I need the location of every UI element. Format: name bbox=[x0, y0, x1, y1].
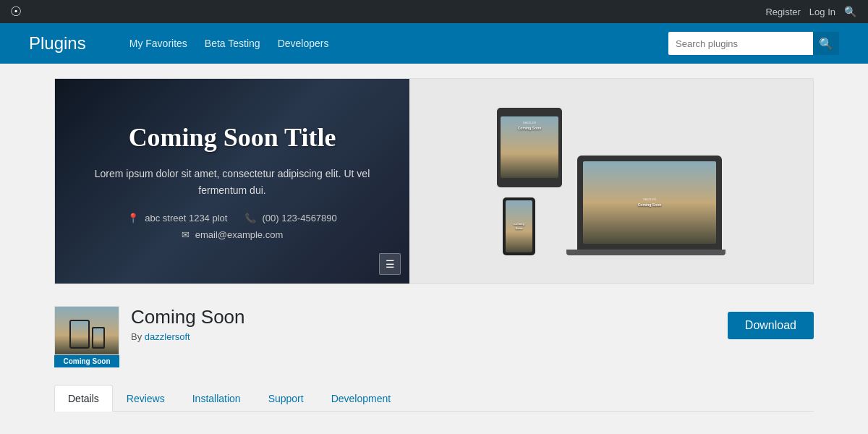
search-wrap: 🔍 bbox=[668, 32, 839, 55]
login-link[interactable]: Log In bbox=[809, 7, 835, 17]
location-icon: 📍 bbox=[127, 213, 139, 224]
hero-address-row: 📍 abc street 1234 plot 📞 (00) 123-456789… bbox=[77, 213, 388, 224]
hero-left-panel: Coming Soon Title Lorem ipsum dolor sit … bbox=[55, 79, 409, 284]
plugin-icon-label: Coming Soon bbox=[54, 355, 119, 367]
tablet-device: DAZZLER Coming Soon bbox=[497, 108, 562, 187]
hero-title: Coming Soon Title bbox=[77, 122, 388, 153]
plugin-icon-wrap: Coming Soon bbox=[54, 306, 119, 367]
laptop-brand: DAZZLER bbox=[643, 197, 656, 201]
hero-banner: Coming Soon Title Lorem ipsum dolor sit … bbox=[54, 78, 814, 284]
hero-phone: (00) 123-4567890 bbox=[262, 213, 336, 224]
hero-address: abc street 1234 plot bbox=[145, 213, 227, 224]
plugin-author-prefix: By bbox=[131, 331, 142, 342]
plugin-author: By dazzlersoft bbox=[131, 331, 716, 342]
devices-mockup: DAZZLER Coming Soon ComingSoon DAZ bbox=[497, 108, 726, 255]
site-header: Plugins My Favorites Beta Testing Develo… bbox=[0, 23, 868, 64]
email-icon: ✉ bbox=[182, 229, 190, 240]
tablet-brand: DAZZLER bbox=[523, 121, 536, 124]
phone-screen-text: ComingSoon bbox=[514, 222, 524, 229]
topbar-search-icon[interactable]: 🔍 bbox=[844, 6, 856, 17]
hero-email: email@example.com bbox=[195, 229, 284, 240]
site-title: Plugins bbox=[29, 33, 86, 54]
device-group-left: DAZZLER Coming Soon ComingSoon bbox=[497, 108, 562, 255]
search-input[interactable] bbox=[668, 32, 813, 55]
plugin-name: Coming Soon bbox=[131, 306, 716, 328]
plugin-info: Coming Soon Coming Soon By dazzlersoft D… bbox=[54, 299, 814, 379]
laptop-wrap: DAZZLER Coming Soon bbox=[574, 156, 726, 255]
hero-contact: 📍 abc street 1234 plot 📞 (00) 123-456789… bbox=[77, 213, 388, 240]
tab-installation[interactable]: Installation bbox=[179, 385, 255, 412]
laptop-screen-text: Coming Soon bbox=[638, 203, 662, 207]
tab-development[interactable]: Development bbox=[318, 385, 405, 412]
tabs-bar: Details Reviews Installation Support Dev… bbox=[54, 385, 814, 412]
laptop-base bbox=[566, 250, 726, 255]
plugin-details: Coming Soon By dazzlersoft bbox=[131, 306, 716, 342]
register-link[interactable]: Register bbox=[765, 7, 800, 17]
hero-email-row: ✉ email@example.com bbox=[77, 229, 388, 240]
tab-reviews[interactable]: Reviews bbox=[113, 385, 179, 412]
nav-beta-testing[interactable]: Beta Testing bbox=[205, 38, 260, 49]
tablet-screen-text: Coming Soon bbox=[518, 126, 542, 130]
download-button[interactable]: Download bbox=[728, 312, 814, 339]
nav-developers[interactable]: Developers bbox=[278, 38, 329, 49]
main-content: Coming Soon Title Lorem ipsum dolor sit … bbox=[54, 64, 814, 433]
phone-screen: ComingSoon bbox=[506, 200, 532, 252]
top-bar: ☉ Register Log In 🔍 bbox=[0, 0, 868, 23]
search-button[interactable]: 🔍 bbox=[813, 32, 839, 55]
laptop-screen: DAZZLER Coming Soon bbox=[583, 161, 716, 244]
phone-device: ComingSoon bbox=[503, 197, 535, 255]
hero-right-panel: DAZZLER Coming Soon ComingSoon DAZ bbox=[409, 79, 813, 284]
hero-menu-button[interactable]: ☰ bbox=[379, 253, 401, 275]
plugin-icon-inner bbox=[55, 307, 119, 354]
plugin-icon bbox=[54, 306, 119, 355]
tab-support[interactable]: Support bbox=[255, 385, 318, 412]
wordpress-logo-icon: ☉ bbox=[10, 4, 22, 20]
nav-my-favorites[interactable]: My Favorites bbox=[129, 38, 187, 49]
hero-description: Lorem ipsum dolor sit amet, consectetur … bbox=[77, 166, 388, 198]
hero-left-content: Coming Soon Title Lorem ipsum dolor sit … bbox=[77, 122, 388, 240]
plugin-author-link[interactable]: dazzlersoft bbox=[145, 331, 190, 342]
tablet-screen: DAZZLER Coming Soon bbox=[501, 116, 558, 178]
phone-icon: 📞 bbox=[244, 213, 256, 224]
header-nav: My Favorites Beta Testing Developers bbox=[129, 38, 639, 49]
tab-details[interactable]: Details bbox=[54, 385, 113, 412]
laptop-device: DAZZLER Coming Soon bbox=[577, 156, 722, 250]
